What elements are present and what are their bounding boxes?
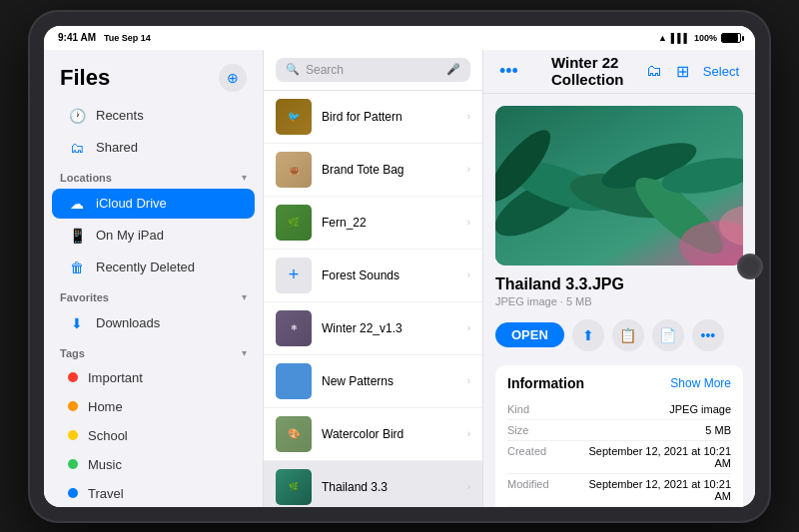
file-title: Thailand 3.3.JPG bbox=[495, 275, 743, 293]
info-value: September 12, 2021 at 10:21 AM bbox=[577, 445, 731, 469]
battery-label: 100% bbox=[694, 33, 717, 43]
chevron-down-icon: ▾ bbox=[242, 347, 247, 358]
info-value: JPEG image bbox=[577, 403, 731, 415]
sidebar-item-recents[interactable]: 🕐 Recents bbox=[52, 101, 255, 131]
info-icon: 📄 bbox=[659, 327, 676, 343]
show-more-button[interactable]: Show More bbox=[670, 376, 731, 390]
more-icon: ••• bbox=[700, 327, 715, 343]
sidebar-item-label: Recently Deleted bbox=[96, 260, 195, 274]
info-section-header: Information Show More bbox=[507, 375, 731, 391]
file-name: Forest Sounds bbox=[322, 268, 400, 282]
recents-icon: 🕐 bbox=[68, 107, 86, 125]
file-name: Thailand 3.3 bbox=[322, 480, 388, 494]
list-item[interactable]: 🌿 Thailand 3.3 › bbox=[264, 461, 482, 507]
shared-icon: 🗂 bbox=[68, 139, 86, 157]
open-button[interactable]: OPEN bbox=[495, 322, 564, 347]
sidebar-item-music[interactable]: Music bbox=[52, 451, 255, 478]
tag-dot-home bbox=[68, 401, 78, 411]
sidebar-item-label: Downloads bbox=[96, 315, 160, 330]
file-name: Fern_22 bbox=[322, 216, 367, 230]
icloud-icon: ☁ bbox=[68, 195, 86, 213]
collection-title: Winter 22 Collection bbox=[551, 54, 687, 88]
action-buttons: OPEN ⬆ 📋 📄 ••• bbox=[495, 319, 743, 351]
share-icon: ⬆ bbox=[582, 327, 594, 343]
info-title: Information bbox=[507, 375, 584, 391]
detail-header: ••• Winter 22 Collection 🗂 ⊞ Select bbox=[483, 50, 755, 94]
file-thumbnail: 🌿 bbox=[276, 205, 312, 241]
browse-icon[interactable]: ⊕ bbox=[219, 64, 247, 92]
more-options-icon[interactable]: ••• bbox=[499, 61, 518, 82]
favorites-section-header[interactable]: Favorites ▾ bbox=[44, 283, 263, 307]
trash-icon: 🗑 bbox=[68, 259, 86, 276]
status-icons: ▲ ▌▌▌ 100% bbox=[658, 33, 741, 43]
search-input[interactable]: Search bbox=[306, 63, 440, 77]
status-bar: 9:41 AM Tue Sep 14 ▲ ▌▌▌ 100% bbox=[44, 26, 755, 50]
chevron-down-icon: ▾ bbox=[242, 291, 247, 302]
file-name: New Patterns bbox=[322, 374, 394, 388]
tags-title: Tags bbox=[60, 347, 85, 359]
sidebar-item-deleted[interactable]: 🗑 Recently Deleted bbox=[52, 253, 255, 282]
info-label: Created bbox=[507, 445, 577, 469]
mic-icon[interactable]: 🎤 bbox=[446, 63, 460, 76]
file-subtitle: JPEG image · 5 MB bbox=[495, 295, 743, 307]
device-screen: 9:41 AM Tue Sep 14 ▲ ▌▌▌ 100% Files ⊕ bbox=[44, 26, 755, 507]
info-value: September 12, 2021 at 10:21 AM bbox=[577, 478, 731, 502]
more-button[interactable]: ••• bbox=[692, 319, 724, 351]
sidebar-item-label: Home bbox=[88, 399, 123, 414]
file-thumbnail: 🐦 bbox=[276, 99, 312, 135]
sidebar-item-label: Music bbox=[88, 457, 122, 472]
tags-section-header[interactable]: Tags ▾ bbox=[44, 339, 263, 363]
list-item[interactable]: ❄ Winter 22_v1.3 › bbox=[264, 302, 482, 355]
info-label: Size bbox=[507, 424, 577, 436]
chevron-right-icon: › bbox=[467, 322, 470, 333]
chevron-right-icon: › bbox=[467, 269, 470, 280]
sidebar-item-ipad[interactable]: 📱 On My iPad bbox=[52, 221, 255, 251]
sidebar-item-travel[interactable]: Travel bbox=[52, 480, 255, 507]
list-item[interactable]: 🐦 Bird for Pattern › bbox=[264, 91, 482, 144]
main-content: Files ⊕ 🕐 Recents 🗂 Shared Locations bbox=[44, 50, 755, 507]
sidebar-item-label: iCloud Drive bbox=[96, 196, 167, 211]
info-button[interactable]: 📄 bbox=[652, 319, 684, 351]
info-row-created: Created September 12, 2021 at 10:21 AM bbox=[507, 441, 731, 474]
sidebar-item-label: Travel bbox=[88, 486, 124, 501]
wifi-icon: ▲ bbox=[658, 33, 667, 43]
info-row-modified: Modified September 12, 2021 at 10:21 AM bbox=[507, 474, 731, 507]
file-list-header: 🔍 Search 🎤 bbox=[264, 50, 482, 91]
copy-icon: 📋 bbox=[619, 327, 636, 343]
info-row-kind: Kind JPEG image bbox=[507, 399, 731, 420]
tag-dot-music bbox=[68, 459, 78, 469]
battery-icon bbox=[721, 33, 741, 43]
file-thumbnail: 🌿 bbox=[276, 469, 312, 505]
info-label: Modified bbox=[507, 478, 577, 502]
file-name: Watercolor Bird bbox=[322, 427, 403, 441]
sidebar-item-label: School bbox=[88, 428, 128, 443]
sidebar-item-icloud[interactable]: ☁ iCloud Drive bbox=[52, 189, 255, 219]
list-item[interactable]: New Patterns › bbox=[264, 355, 482, 408]
sidebar-item-important[interactable]: Important bbox=[52, 364, 255, 391]
select-button[interactable]: Select bbox=[703, 64, 739, 79]
sidebar-item-shared[interactable]: 🗂 Shared bbox=[52, 133, 255, 163]
sidebar-item-label: Shared bbox=[96, 140, 138, 155]
downloads-icon: ⬇ bbox=[68, 314, 86, 332]
sidebar-item-label: Important bbox=[88, 370, 143, 385]
file-thumbnail: + bbox=[276, 258, 312, 293]
file-thumbnail: 👜 bbox=[276, 152, 312, 188]
sidebar-item-school[interactable]: School bbox=[52, 422, 255, 449]
chevron-right-icon: › bbox=[467, 481, 470, 492]
list-item[interactable]: + Forest Sounds › bbox=[264, 250, 482, 302]
locations-title: Locations bbox=[60, 172, 112, 184]
locations-section-header[interactable]: Locations ▾ bbox=[44, 164, 263, 188]
chevron-right-icon: › bbox=[467, 375, 470, 386]
sidebar-item-label: Recents bbox=[96, 108, 144, 123]
device-frame: 9:41 AM Tue Sep 14 ▲ ▌▌▌ 100% Files ⊕ bbox=[30, 12, 769, 521]
list-item[interactable]: 🌿 Fern_22 › bbox=[264, 197, 482, 250]
list-item[interactable]: 👜 Brand Tote Bag › bbox=[264, 144, 482, 197]
search-bar[interactable]: 🔍 Search 🎤 bbox=[276, 58, 470, 82]
sidebar-item-home[interactable]: Home bbox=[52, 393, 255, 420]
share-button[interactable]: ⬆ bbox=[572, 319, 604, 351]
sidebar-item-downloads[interactable]: ⬇ Downloads bbox=[52, 308, 255, 338]
copy-button[interactable]: 📋 bbox=[612, 319, 644, 351]
sidebar: Files ⊕ 🕐 Recents 🗂 Shared Locations bbox=[44, 50, 264, 507]
list-item[interactable]: 🎨 Watercolor Bird › bbox=[264, 408, 482, 461]
home-button[interactable] bbox=[737, 254, 763, 279]
